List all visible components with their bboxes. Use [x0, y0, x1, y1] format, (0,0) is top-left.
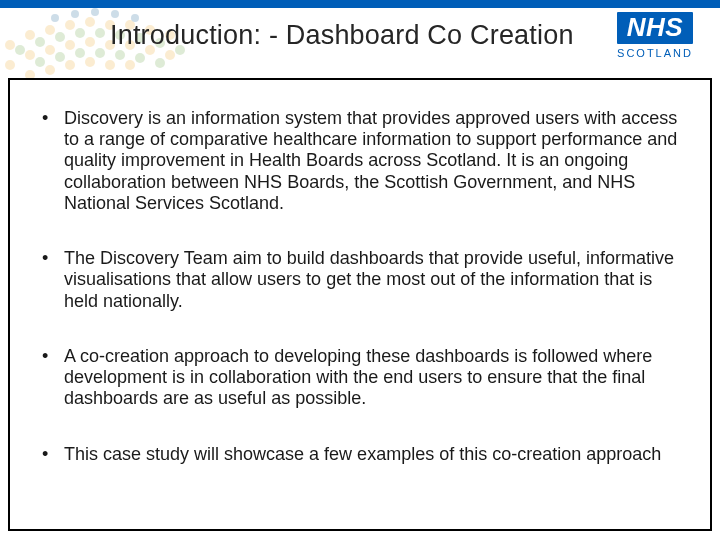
- nhs-logo-subtext: SCOTLAND: [610, 47, 700, 59]
- slide-title: Introduction: - Dashboard Co Creation: [110, 20, 574, 51]
- svg-point-42: [91, 8, 99, 16]
- brand-stripe: [0, 0, 720, 8]
- slide-header: Introduction: - Dashboard Co Creation NH…: [0, 16, 720, 76]
- nhs-logo-mark: NHS: [617, 12, 693, 44]
- list-item: The Discovery Team aim to build dashboar…: [32, 248, 688, 312]
- nhs-logo: NHS SCOTLAND: [610, 12, 700, 59]
- bullet-list: Discovery is an information system that …: [32, 108, 688, 465]
- list-item: This case study will showcase a few exam…: [32, 444, 688, 465]
- slide-body: Discovery is an information system that …: [8, 80, 712, 531]
- list-item: A co-creation approach to developing the…: [32, 346, 688, 410]
- list-item: Discovery is an information system that …: [32, 108, 688, 214]
